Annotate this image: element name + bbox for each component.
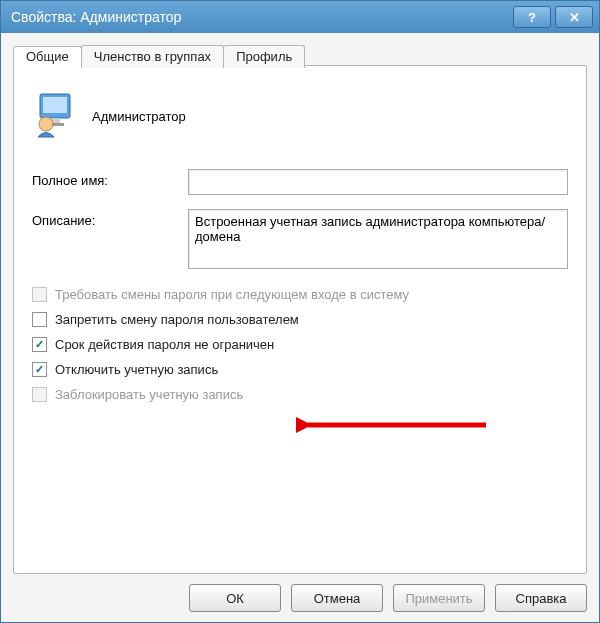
description-input[interactable]: Встроенная учетная запись администратора…: [188, 209, 568, 269]
apply-button[interactable]: Применить: [393, 584, 485, 612]
checkbox-label: Требовать смены пароля при следующем вхо…: [55, 287, 409, 302]
checkbox-must-change-password: Требовать смены пароля при следующем вхо…: [32, 287, 568, 302]
client-area: Общие Членство в группах Профиль Админис…: [1, 33, 599, 622]
button-row: ОК Отмена Применить Справка: [13, 574, 587, 612]
checkbox-account-locked: Заблокировать учетную запись: [32, 387, 568, 402]
checkbox-label: Отключить учетную запись: [55, 362, 218, 377]
checkbox-box: ✓: [32, 337, 47, 352]
full-name-input[interactable]: [188, 169, 568, 195]
checkbox-box: [32, 387, 47, 402]
user-display-name: Администратор: [92, 109, 186, 124]
checkbox-cannot-change-password[interactable]: Запретить смену пароля пользователем: [32, 312, 568, 327]
row-description: Описание: Встроенная учетная запись адми…: [32, 209, 568, 269]
help-button[interactable]: ?: [513, 6, 551, 28]
user-header: Администратор: [32, 92, 568, 141]
checkbox-box: [32, 287, 47, 302]
ok-button[interactable]: ОК: [189, 584, 281, 612]
checkbox-box: ✓: [32, 362, 47, 377]
annotation-arrow-icon: [296, 410, 496, 440]
svg-point-4: [39, 117, 53, 131]
cancel-button[interactable]: Отмена: [291, 584, 383, 612]
row-full-name: Полное имя:: [32, 169, 568, 195]
help-dialog-button[interactable]: Справка: [495, 584, 587, 612]
checkbox-label: Запретить смену пароля пользователем: [55, 312, 299, 327]
tab-strip: Общие Членство в группах Профиль: [13, 45, 304, 68]
description-label: Описание:: [32, 209, 188, 228]
window-title: Свойства: Администратор: [11, 9, 509, 25]
full-name-label: Полное имя:: [32, 169, 188, 188]
properties-window: Свойства: Администратор ? ✕ Общие Членст…: [0, 0, 600, 623]
checkbox-account-disabled[interactable]: ✓ Отключить учетную запись: [32, 362, 568, 377]
close-button[interactable]: ✕: [555, 6, 593, 28]
checkbox-label: Заблокировать учетную запись: [55, 387, 243, 402]
checkbox-label: Срок действия пароля не ограничен: [55, 337, 274, 352]
svg-rect-1: [43, 97, 67, 113]
user-icon: [32, 92, 78, 141]
tab-membership[interactable]: Членство в группах: [81, 45, 224, 68]
titlebar[interactable]: Свойства: Администратор ? ✕: [1, 1, 599, 33]
tab-general[interactable]: Общие: [13, 46, 82, 69]
checkbox-password-never-expires[interactable]: ✓ Срок действия пароля не ограничен: [32, 337, 568, 352]
tab-profile[interactable]: Профиль: [223, 45, 305, 68]
checkbox-group: Требовать смены пароля при следующем вхо…: [32, 287, 568, 402]
checkbox-box: [32, 312, 47, 327]
tab-panel: Общие Членство в группах Профиль Админис…: [13, 65, 587, 574]
